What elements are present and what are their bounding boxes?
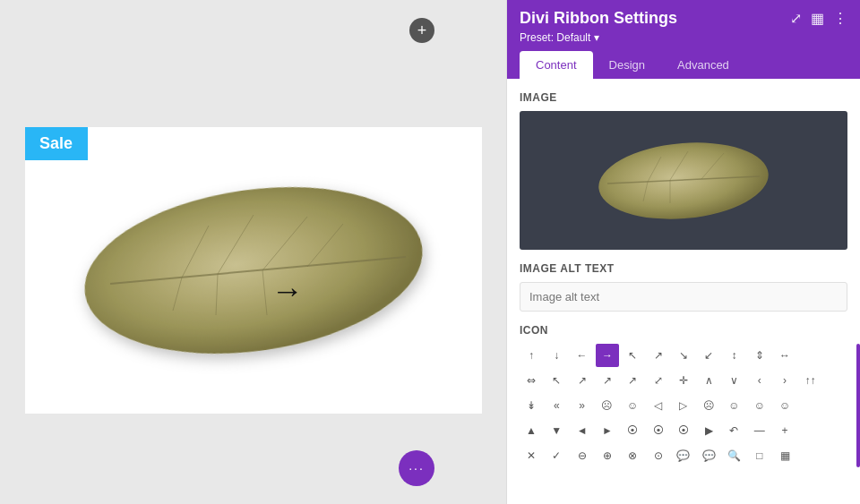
icon-happy3[interactable]: ☺ [748, 394, 771, 417]
expand-icon[interactable]: ⤢ [790, 10, 802, 27]
icon-trileft[interactable]: ◄ [571, 419, 594, 442]
icon-circle-left[interactable]: ◁ [647, 394, 670, 417]
icon-check[interactable]: ✓ [545, 444, 568, 467]
icon-chat[interactable]: 💬 [672, 444, 695, 467]
image-alt-label: Image Alt Text [520, 262, 847, 275]
tab-design[interactable]: Design [593, 51, 661, 79]
icon-plus[interactable]: + [773, 419, 796, 442]
more-icon[interactable]: ⋮ [833, 10, 847, 27]
icon-happy2[interactable]: ☺ [722, 394, 745, 417]
icon-empty3[interactable] [824, 369, 847, 392]
icon-updown[interactable]: ↕ [722, 344, 745, 367]
icon-updown2[interactable]: ⇕ [748, 344, 771, 367]
icon-dl2[interactable]: ↗ [621, 369, 644, 392]
icon-empty8[interactable] [798, 444, 821, 467]
icon-chat2[interactable]: 💬 [697, 444, 720, 467]
icon-chevright[interactable]: › [773, 369, 796, 392]
icon-triright[interactable]: ► [596, 419, 619, 442]
module-container: Sale [25, 127, 482, 414]
svg-text:→: → [271, 272, 304, 309]
icon-circle1[interactable]: ⦿ [621, 419, 644, 442]
canvas-area: + Sale [0, 0, 506, 504]
image-alt-section: Image Alt Text [520, 262, 847, 312]
icon-dash[interactable]: — [748, 419, 771, 442]
icon-arrow-downleft[interactable]: ↙ [697, 344, 720, 367]
add-module-button[interactable]: + [409, 18, 434, 43]
icon-search[interactable]: 🔍 [722, 444, 745, 467]
preset-row: Preset: Default ▾ [520, 31, 847, 44]
icon-dbldown[interactable]: ↡ [520, 394, 543, 417]
icon-leftright[interactable]: ↔ [773, 344, 796, 367]
icon-dblup[interactable]: ↑↑ [798, 369, 821, 392]
icon-dblchevleft[interactable]: « [545, 394, 568, 417]
panel-body: Image [507, 79, 860, 504]
icon-arrow-left[interactable]: ← [571, 344, 594, 367]
icon-arrow-down[interactable]: ↓ [545, 344, 568, 367]
icon-circle3[interactable]: ⦿ [672, 419, 695, 442]
icon-happy4[interactable]: ☺ [773, 394, 796, 417]
layout-icon[interactable]: ▦ [811, 10, 824, 27]
icon-label: Icon [520, 324, 847, 337]
tabs-row: Content Design Advanced [520, 51, 847, 79]
tab-advanced[interactable]: Advanced [661, 51, 745, 79]
icon-grid-icon[interactable]: ▦ [773, 444, 796, 467]
image-alt-input[interactable] [520, 282, 847, 312]
icon-move[interactable]: ✛ [672, 369, 695, 392]
icon-dr2[interactable]: ↗ [596, 369, 619, 392]
icon-lr2[interactable]: ⇔ [520, 369, 543, 392]
image-preview[interactable] [520, 111, 847, 250]
panel-title: Divi Ribbon Settings [520, 9, 677, 28]
panel-header: Divi Ribbon Settings ⤢ ▦ ⋮ Preset: Defau… [507, 0, 860, 79]
icon-tridown[interactable]: ▼ [545, 419, 568, 442]
icon-x-circle[interactable]: ⊗ [621, 444, 644, 467]
icon-chevdown[interactable]: ∨ [722, 369, 745, 392]
icon-dot-circle[interactable]: ⊙ [647, 444, 670, 467]
icon-arrow-upleft[interactable]: ↖ [621, 344, 644, 367]
icon-arrow-downright[interactable]: ↘ [672, 344, 695, 367]
icon-happy[interactable]: ☺ [621, 394, 644, 417]
icon-empty7[interactable] [824, 419, 847, 442]
icon-play[interactable]: ▶ [697, 419, 720, 442]
image-label: Image [520, 91, 847, 104]
preview-leaf-svg [585, 132, 782, 230]
icon-empty9[interactable] [824, 444, 847, 467]
icon-square[interactable]: □ [748, 444, 771, 467]
leaf-image: → [65, 154, 442, 387]
icon-empty2[interactable] [824, 344, 847, 367]
icon-circle-right[interactable]: ▷ [672, 394, 695, 417]
image-section: Image [520, 91, 847, 250]
leaf-svg: → [65, 154, 442, 387]
icon-sad[interactable]: ☹ [596, 394, 619, 417]
icon-triup[interactable]: ▲ [520, 419, 543, 442]
icon-ur2[interactable]: ↗ [571, 369, 594, 392]
icon-empty4[interactable] [798, 394, 821, 417]
icon-chevleft[interactable]: ‹ [748, 369, 771, 392]
panel-header-icons: ⤢ ▦ ⋮ [790, 10, 847, 27]
icon-empty5[interactable] [824, 394, 847, 417]
icon-ul2[interactable]: ↖ [545, 369, 568, 392]
icon-chevup[interactable]: ∧ [697, 369, 720, 392]
settings-panel: Divi Ribbon Settings ⤢ ▦ ⋮ Preset: Defau… [506, 0, 860, 504]
icon-empty6[interactable] [798, 419, 821, 442]
icon-arrow-right[interactable]: → [596, 344, 619, 367]
icon-circle2[interactable]: ⦿ [647, 419, 670, 442]
svg-point-10 [596, 135, 772, 225]
icon-sad2[interactable]: ☹ [697, 394, 720, 417]
icon-section: Icon ↑ ↓ ← → ↖ ↗ ↘ ↙ ↕ ⇕ ↔ ⇔ ↖ ↗ ↗ [520, 324, 847, 467]
more-options-button[interactable]: ··· [399, 450, 434, 486]
icon-grid-scrollbar [856, 344, 860, 467]
icon-grid: ↑ ↓ ← → ↖ ↗ ↘ ↙ ↕ ⇕ ↔ ⇔ ↖ ↗ ↗ ↗ ⤢ ✛ [520, 344, 847, 467]
icon-arrow-up[interactable]: ↑ [520, 344, 543, 367]
icon-undo[interactable]: ↶ [722, 419, 745, 442]
tab-content[interactable]: Content [520, 51, 593, 79]
icon-plus-circle[interactable]: ⊕ [596, 444, 619, 467]
preset-label[interactable]: Preset: Default ▾ [520, 31, 599, 44]
icon-arrow-upright[interactable]: ↗ [647, 344, 670, 367]
icon-expand2[interactable]: ⤢ [647, 369, 670, 392]
icon-cross[interactable]: ✕ [520, 444, 543, 467]
icon-minus-circle[interactable]: ⊖ [571, 444, 594, 467]
icon-dblchevright[interactable]: » [571, 394, 594, 417]
icon-empty1[interactable] [798, 344, 821, 367]
